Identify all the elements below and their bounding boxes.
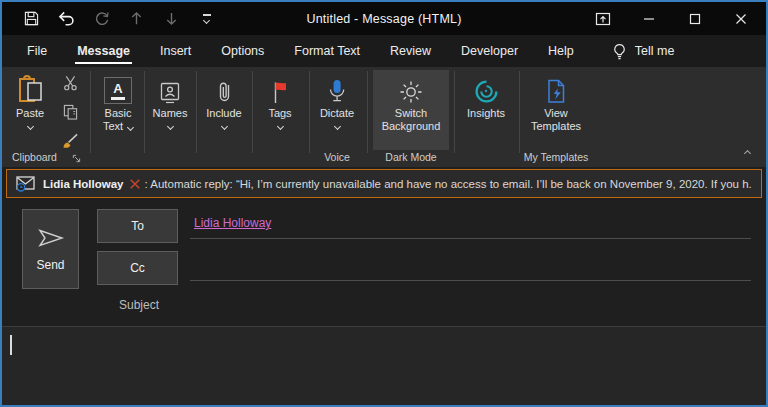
tab-developer[interactable]: Developer [446,35,533,67]
mailtip-text: : Automatic reply: “Hi, I’m currently un… [145,178,752,190]
group-divider [519,71,520,153]
names-button[interactable]: Names [148,70,192,150]
qat-more-icon [203,14,211,23]
ribbon-tab-bar: File Message Insert Options Format Text … [2,35,766,67]
move-up-button[interactable] [119,6,154,32]
ribbon-display-options-button[interactable] [580,2,626,35]
tab-insert[interactable]: Insert [145,35,206,67]
tab-message[interactable]: Message [62,35,145,67]
group-divider [309,71,310,153]
recipient-link[interactable]: Lidia Holloway [194,216,271,230]
close-button[interactable] [718,2,764,35]
tab-label: Review [390,44,431,58]
group-label-my-templates: My Templates [515,151,597,163]
include-button[interactable]: Include [200,70,248,150]
collapse-ribbon-button[interactable] [745,142,750,160]
group-divider [454,71,455,153]
insights-button[interactable]: Insights [458,70,514,150]
chevron-down-icon [26,123,33,130]
clipboard-small-buttons [54,72,86,152]
group-label-dark-mode: Dark Mode [373,151,449,163]
tab-file[interactable]: File [12,35,62,67]
mailtip-banner: Lidia Holloway : Automatic reply: “Hi, I… [6,169,762,198]
save-button[interactable] [14,6,49,32]
send-button[interactable]: Send [22,209,79,289]
tab-label: Developer [461,44,518,58]
cc-field[interactable] [190,253,751,281]
undo-button[interactable] [49,6,84,32]
basic-text-icon: A [104,70,132,104]
insights-label: Insights [467,107,505,120]
minimize-button[interactable] [626,2,672,35]
to-field[interactable]: Lidia Holloway [190,211,751,239]
clipboard-dialog-launcher[interactable] [72,154,81,163]
title-bar: Untitled - Message (HTML) [2,2,766,35]
paste-label: Paste [16,107,44,120]
quick-access-toolbar [2,6,224,32]
basic-text-label-1: Basic [105,107,132,120]
basic-text-label-2: Text [103,120,133,133]
send-icon [37,226,65,250]
lightbulb-icon [613,43,626,60]
chevron-down-icon [276,123,283,130]
tell-me-box[interactable]: Tell me [613,43,675,60]
tell-me-label: Tell me [635,44,675,58]
minimize-icon [643,13,655,25]
tab-help[interactable]: Help [533,35,589,67]
mailtip-sender: Lidia Holloway [43,178,124,190]
tab-format-text[interactable]: Format Text [279,35,375,67]
move-down-button[interactable] [154,6,189,32]
tab-label: Format Text [294,44,360,58]
tab-label: Message [77,44,130,58]
switch-background-label-2: Background [382,120,441,133]
dictate-button[interactable]: Dictate [313,70,361,150]
tab-label: Help [548,44,574,58]
include-label: Include [206,107,241,120]
names-icon [158,70,182,104]
group-divider [367,71,368,153]
chevron-down-icon [220,123,227,130]
dictate-icon [327,70,347,104]
customize-quick-access-button[interactable] [189,6,224,32]
view-templates-button[interactable]: View Templates [523,70,589,150]
tab-label: File [27,44,47,58]
switch-background-icon [399,70,423,104]
paste-button[interactable]: Paste [8,70,52,150]
cc-button-label: Cc [130,261,145,275]
group-divider [252,71,253,153]
message-body-editor[interactable] [2,327,766,405]
include-icon [218,70,231,104]
maximize-button[interactable] [672,2,718,35]
paste-icon [16,70,44,104]
chevron-down-icon [166,123,173,130]
subject-label: Subject [119,298,159,312]
redo-button[interactable] [84,6,119,32]
format-painter-button[interactable] [58,130,82,152]
tags-button[interactable]: Tags [257,70,303,150]
names-label: Names [153,107,188,120]
move-down-icon [165,11,178,26]
switch-background-button[interactable]: Switch Background [373,70,449,150]
copy-button[interactable] [58,101,82,123]
group-divider [144,71,145,153]
format-painter-icon [62,133,79,149]
group-divider [90,71,91,153]
switch-background-label-1: Switch [395,107,427,120]
basic-text-button[interactable]: A Basic Text [94,70,142,150]
group-label-clipboard: Clipboard [12,151,70,163]
tags-icon [271,70,289,104]
outlook-message-window: Untitled - Message (HTML) [0,0,768,407]
to-button[interactable]: To [97,209,178,243]
tab-review[interactable]: Review [375,35,446,67]
cut-button[interactable] [58,72,82,94]
send-label: Send [36,258,64,272]
compose-header: Send To Cc Lidia Holloway Subject [2,199,766,326]
tab-label: Insert [160,44,191,58]
cc-button[interactable]: Cc [97,251,178,285]
view-templates-label-1: View [544,107,568,120]
redo-icon [94,11,110,26]
basic-text-glyph: A [113,82,122,95]
tab-options[interactable]: Options [206,35,279,67]
view-templates-label-2: Templates [531,120,581,133]
text-cursor [10,335,12,355]
